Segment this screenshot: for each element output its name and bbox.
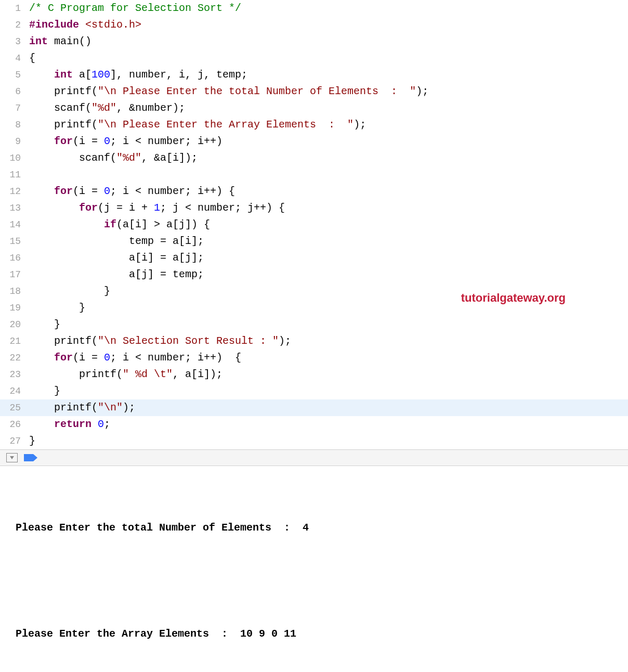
line-number: 24 bbox=[0, 383, 29, 399]
code-content: { bbox=[29, 50, 628, 67]
code-line[interactable]: 12 for(i = 0; i < number; i++) { bbox=[0, 183, 628, 200]
console-output: Please Enter the total Number of Element… bbox=[0, 466, 628, 672]
code-line[interactable]: 11 bbox=[0, 166, 628, 183]
code-line[interactable]: 13 for(j = i + 1; j < number; j++) { bbox=[0, 200, 628, 216]
line-number: 23 bbox=[0, 366, 29, 383]
line-number: 12 bbox=[0, 183, 29, 200]
code-line[interactable]: 1/* C Program for Selection Sort */ bbox=[0, 0, 628, 17]
line-number: 18 bbox=[0, 283, 29, 300]
code-line[interactable]: 7 scanf("%d", &number); bbox=[0, 100, 628, 117]
watermark-text: tutorialgateway.org bbox=[461, 291, 566, 305]
code-content: scanf("%d", &number); bbox=[29, 100, 628, 117]
code-content: if(a[i] > a[j]) { bbox=[29, 216, 628, 233]
code-line[interactable]: 17 a[j] = temp; bbox=[0, 266, 628, 283]
code-content: int a[100], number, i, j, temp; bbox=[29, 67, 628, 83]
code-line[interactable]: 24 } bbox=[0, 383, 628, 399]
console-toolbar bbox=[0, 449, 628, 466]
line-number: 8 bbox=[0, 117, 29, 133]
code-content: scanf("%d", &a[i]); bbox=[29, 150, 628, 166]
line-number: 2 bbox=[0, 17, 29, 33]
dropdown-icon[interactable] bbox=[6, 453, 18, 462]
line-number: 26 bbox=[0, 416, 29, 433]
code-editor[interactable]: 1/* C Program for Selection Sort */2#inc… bbox=[0, 0, 628, 449]
code-line[interactable]: 14 if(a[i] > a[j]) { bbox=[0, 216, 628, 233]
code-line[interactable]: 27} bbox=[0, 433, 628, 449]
code-line[interactable]: 3int main() bbox=[0, 33, 628, 50]
code-content: } bbox=[29, 433, 628, 449]
code-content: } bbox=[29, 383, 628, 399]
line-number: 22 bbox=[0, 350, 29, 366]
line-number: 16 bbox=[0, 250, 29, 266]
code-line[interactable]: 20 } bbox=[0, 316, 628, 333]
code-content: return 0; bbox=[29, 416, 628, 433]
code-content: printf("\n Please Enter the Array Elemen… bbox=[29, 117, 628, 133]
code-content: int main() bbox=[29, 33, 628, 50]
line-number: 17 bbox=[0, 266, 29, 283]
code-line[interactable]: 23 printf(" %d \t", a[i]); bbox=[0, 366, 628, 383]
line-number: 14 bbox=[0, 216, 29, 233]
line-number: 15 bbox=[0, 233, 29, 250]
code-content: #include <stdio.h> bbox=[29, 17, 628, 33]
code-line[interactable]: 8 printf("\n Please Enter the Array Elem… bbox=[0, 117, 628, 133]
line-number: 9 bbox=[0, 133, 29, 150]
console-line: Please Enter the total Number of Element… bbox=[9, 518, 619, 538]
code-content: for(j = i + 1; j < number; j++) { bbox=[29, 200, 628, 216]
line-number: 13 bbox=[0, 200, 29, 216]
line-number: 21 bbox=[0, 333, 29, 350]
code-content: for(i = 0; i < number; i++) bbox=[29, 133, 628, 150]
code-line[interactable]: 10 scanf("%d", &a[i]); bbox=[0, 150, 628, 166]
line-number: 6 bbox=[0, 83, 29, 100]
line-number: 1 bbox=[0, 0, 29, 17]
code-content: /* C Program for Selection Sort */ bbox=[29, 0, 628, 17]
tag-icon[interactable] bbox=[24, 453, 37, 462]
code-content: temp = a[i]; bbox=[29, 233, 628, 250]
code-content: a[i] = a[j]; bbox=[29, 250, 628, 266]
code-content: a[j] = temp; bbox=[29, 266, 628, 283]
code-line[interactable]: 26 return 0; bbox=[0, 416, 628, 433]
code-line[interactable]: 5 int a[100], number, i, j, temp; bbox=[0, 67, 628, 83]
code-content: for(i = 0; i < number; i++) { bbox=[29, 350, 628, 366]
code-editor-wrapper: 1/* C Program for Selection Sort */2#inc… bbox=[0, 0, 628, 449]
code-content: printf(" %d \t", a[i]); bbox=[29, 366, 628, 383]
code-content: printf("\n Please Enter the total Number… bbox=[29, 83, 628, 100]
line-number: 3 bbox=[0, 33, 29, 50]
line-number: 7 bbox=[0, 100, 29, 117]
code-content: } bbox=[29, 316, 628, 333]
code-line[interactable]: 22 for(i = 0; i < number; i++) { bbox=[0, 350, 628, 366]
code-line[interactable]: 15 temp = a[i]; bbox=[0, 233, 628, 250]
code-line[interactable]: 25 printf("\n"); bbox=[0, 399, 628, 416]
code-line[interactable]: 9 for(i = 0; i < number; i++) bbox=[0, 133, 628, 150]
line-number: 25 bbox=[0, 399, 29, 416]
code-line[interactable]: 4{ bbox=[0, 50, 628, 67]
code-content: for(i = 0; i < number; i++) { bbox=[29, 183, 628, 200]
line-number: 4 bbox=[0, 50, 29, 67]
line-number: 10 bbox=[0, 150, 29, 166]
code-line[interactable]: 21 printf("\n Selection Sort Result : ")… bbox=[0, 333, 628, 350]
code-line[interactable]: 6 printf("\n Please Enter the total Numb… bbox=[0, 83, 628, 100]
console-line: Please Enter the Array Elements : 10 9 0… bbox=[9, 624, 619, 644]
line-number: 20 bbox=[0, 316, 29, 333]
line-number: 11 bbox=[0, 166, 29, 183]
line-number: 5 bbox=[0, 67, 29, 83]
code-line[interactable]: 16 a[i] = a[j]; bbox=[0, 250, 628, 266]
code-line[interactable]: 2#include <stdio.h> bbox=[0, 17, 628, 33]
code-content: printf("\n Selection Sort Result : "); bbox=[29, 333, 628, 350]
line-number: 19 bbox=[0, 300, 29, 316]
line-number: 27 bbox=[0, 433, 29, 449]
code-content: printf("\n"); bbox=[29, 399, 628, 416]
